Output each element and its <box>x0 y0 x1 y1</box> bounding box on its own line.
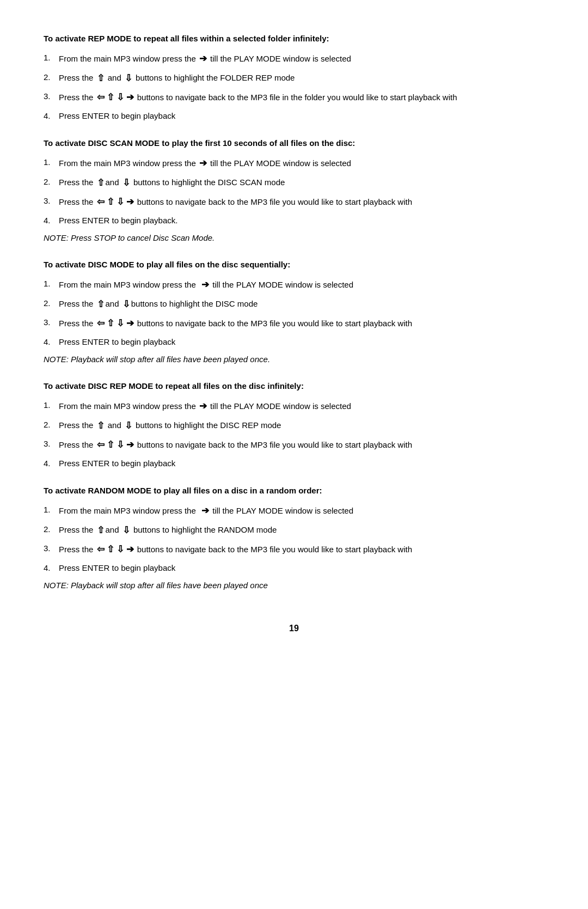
section-folder-rep-steps: 1. From the main MP3 window press the ➔ … <box>44 52 544 122</box>
section-disc-scan: To activate DISC SCAN MODE to play the f… <box>44 137 544 243</box>
step-text: Press ENTER to begin playback <box>59 336 175 349</box>
step-number: 1. <box>44 156 59 169</box>
step-item: 2. Press the ⇧ and ⇩ buttons to highligh… <box>44 176 544 190</box>
step-item: 1. From the main MP3 window press the ➔ … <box>44 278 544 292</box>
step-text: buttons to navigate back to the MP3 file… <box>135 318 412 330</box>
step-content: Press the ⇦ ⇧ ⇩ ➔ buttons to navigate ba… <box>59 316 412 331</box>
section-disc-mode-steps: 1. From the main MP3 window press the ➔ … <box>44 278 544 348</box>
step-text: Press ENTER to begin playback <box>59 562 175 575</box>
step-text: From the main MP3 window press the <box>59 279 200 291</box>
section-disc-mode-title: To activate DISC MODE to play all files … <box>44 259 544 270</box>
right-arrow-icon: ➔ <box>199 52 207 66</box>
step-content: From the main MP3 window press the ➔ til… <box>59 399 351 413</box>
step-text: From the main MP3 window press the <box>59 157 198 170</box>
down-arrow-icon: ⇩ <box>117 195 124 209</box>
right-arrow-icon: ➔ <box>199 399 207 413</box>
step-text: buttons to highlight the FOLDER REP mode <box>133 72 295 84</box>
step-text: Press the <box>59 318 96 330</box>
step-text: buttons to highlight the DISC REP mode <box>133 419 281 432</box>
section-disc-rep: To activate DISC REP MODE to repeat all … <box>44 380 544 469</box>
step-number: 4. <box>44 562 59 575</box>
up-arrow-icon: ⇧ <box>97 297 105 312</box>
step-item: 1. From the main MP3 window press the ➔ … <box>44 399 544 413</box>
step-item: 2. Press the ⇧ and ⇩ buttons to highligh… <box>44 419 544 433</box>
step-text: and <box>106 298 121 310</box>
step-number: 1. <box>44 504 59 516</box>
section-folder-rep: To activate REP MODE to repeat all files… <box>44 33 544 122</box>
down-arrow-icon: ⇩ <box>122 176 130 190</box>
down-arrow-icon: ⇩ <box>125 71 132 86</box>
section-disc-rep-steps: 1. From the main MP3 window press the ➔ … <box>44 399 544 469</box>
step-text: Press the <box>59 91 96 104</box>
step-number: 2. <box>44 71 59 84</box>
step-content: Press the ⇦ ⇧ ⇩ ➔ buttons to navigate ba… <box>59 90 457 105</box>
step-content: Press the ⇦ ⇧ ⇩ ➔ buttons to navigate ba… <box>59 195 412 209</box>
down-arrow-icon: ⇩ <box>117 316 124 331</box>
section-disc-mode-note: NOTE: Playback will stop after all files… <box>44 353 544 365</box>
step-content: Press ENTER to begin playback <box>59 562 175 575</box>
step-number: 4. <box>44 336 59 349</box>
step-content: From the main MP3 window press the ➔ til… <box>59 278 353 292</box>
left-arrow-icon: ⇦ <box>97 316 105 331</box>
step-item: 2. Press the ⇧ and ⇩ buttons to highligh… <box>44 297 544 312</box>
right-arrow-icon: ➔ <box>126 316 134 331</box>
right-arrow-icon: ➔ <box>126 90 134 105</box>
step-text: till the PLAY MODE window is selected <box>208 53 351 65</box>
step-number: 2. <box>44 523 59 536</box>
step-text: buttons to navigate back to the MP3 file… <box>135 439 412 452</box>
step-text: and <box>106 419 124 432</box>
step-item: 3. Press the ⇦ ⇧ ⇩ ➔ buttons to navigate… <box>44 542 544 557</box>
step-text: and <box>106 524 121 536</box>
left-arrow-icon: ⇦ <box>97 542 105 557</box>
section-disc-scan-note: NOTE: Press STOP to cancel Disc Scan Mod… <box>44 232 544 243</box>
down-arrow-icon: ⇩ <box>117 438 124 452</box>
step-text: buttons to navigate back to the MP3 file… <box>135 196 412 209</box>
step-text: Press the <box>59 439 96 452</box>
up-arrow-icon: ⇧ <box>107 438 114 452</box>
down-arrow-icon: ⇩ <box>117 90 124 105</box>
step-content: Press the ⇧ and ⇩ buttons to highlight t… <box>59 419 281 433</box>
step-text: Press ENTER to begin playback. <box>59 215 177 227</box>
step-text: buttons to navigate back to the MP3 file… <box>135 91 457 104</box>
up-arrow-icon: ⇧ <box>107 195 114 209</box>
section-disc-scan-title: To activate DISC SCAN MODE to play the f… <box>44 137 544 149</box>
step-item: 3. Press the ⇦ ⇧ ⇩ ➔ buttons to navigate… <box>44 438 544 452</box>
step-number: 3. <box>44 542 59 555</box>
step-number: 2. <box>44 419 59 431</box>
right-arrow-icon: ➔ <box>126 195 134 209</box>
step-content: From the main MP3 window press the ➔ til… <box>59 156 351 170</box>
section-disc-mode: To activate DISC MODE to play all files … <box>44 259 544 365</box>
step-text: Press the <box>59 419 96 432</box>
document-body: To activate REP MODE to repeat all files… <box>44 33 544 633</box>
step-text: Press the <box>59 298 96 310</box>
step-number: 3. <box>44 316 59 329</box>
step-item: 1. From the main MP3 window press the ➔ … <box>44 52 544 66</box>
step-number: 3. <box>44 195 59 208</box>
right-arrow-icon: ➔ <box>126 438 134 452</box>
right-arrow-icon: ➔ <box>126 542 134 557</box>
step-number: 4. <box>44 457 59 470</box>
step-number: 1. <box>44 52 59 64</box>
up-arrow-icon: ⇧ <box>97 419 105 433</box>
step-text: Press ENTER to begin playback <box>59 457 175 470</box>
left-arrow-icon: ⇦ <box>97 438 105 452</box>
step-content: Press the ⇦ ⇧ ⇩ ➔ buttons to navigate ba… <box>59 438 412 452</box>
step-item: 4. Press ENTER to begin playback. <box>44 215 544 227</box>
page-number: 19 <box>44 624 544 633</box>
up-arrow-icon: ⇧ <box>97 523 105 538</box>
step-item: 3. Press the ⇦ ⇧ ⇩ ➔ buttons to navigate… <box>44 316 544 331</box>
step-content: Press ENTER to begin playback. <box>59 215 177 227</box>
right-arrow-icon: ➔ <box>201 278 209 292</box>
step-text: Press the <box>59 176 96 189</box>
step-item: 1. From the main MP3 window press the ➔ … <box>44 156 544 170</box>
step-text: till the PLAY MODE window is selected <box>208 157 351 170</box>
step-item: 2. Press the ⇧ and ⇩ buttons to highligh… <box>44 71 544 86</box>
up-arrow-icon: ⇧ <box>107 316 114 331</box>
step-text: buttons to highlight the RANDOM mode <box>131 524 277 536</box>
step-text: Press the <box>59 196 96 209</box>
step-text: and <box>106 72 124 84</box>
step-text: From the main MP3 window press the <box>59 53 198 65</box>
step-item: 1. From the main MP3 window press the ➔ … <box>44 504 544 518</box>
step-item: 4. Press ENTER to begin playback <box>44 457 544 470</box>
step-text: From the main MP3 window press the <box>59 505 200 517</box>
